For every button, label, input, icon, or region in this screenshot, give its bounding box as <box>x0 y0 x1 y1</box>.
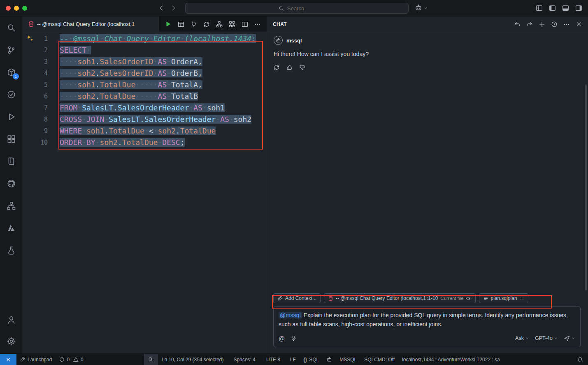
copilot-menu-button[interactable] <box>415 4 428 12</box>
mention-chip[interactable]: @mssql <box>279 312 302 318</box>
minimize-window-button[interactable] <box>14 6 19 11</box>
sidebar-item-package[interactable]: 1 <box>0 61 23 83</box>
mic-icon[interactable] <box>291 335 297 342</box>
thumbs-down-icon[interactable] <box>299 64 305 70</box>
sidebar-item-azure[interactable] <box>0 217 23 239</box>
settings-button[interactable] <box>0 330 23 352</box>
toggle-panel-icon[interactable] <box>562 5 569 12</box>
chat-input-box[interactable]: @mssql Explain the execution plan for th… <box>273 306 581 347</box>
code-line-9[interactable]: WHERE·soh1.TotalDue·<·soh2.TotalDue <box>60 125 267 137</box>
sidebar-item-source-control[interactable] <box>0 39 23 61</box>
run-query-button[interactable] <box>165 21 172 28</box>
sidebar-item-search[interactable] <box>0 16 23 39</box>
model-picker[interactable]: GPT-4o <box>535 335 558 341</box>
encoding-indicator[interactable]: UTF-8 <box>263 354 284 365</box>
search-input[interactable] <box>286 5 315 12</box>
code-line-7[interactable]: FROM·SalesLT.SalesOrderHeader·AS·soh1 <box>60 102 267 114</box>
more-actions-icon[interactable] <box>563 21 570 28</box>
mode-label: Ask <box>515 335 524 341</box>
history-back-button[interactable] <box>158 5 165 12</box>
code-line-2[interactable]: SELECT· <box>60 44 267 56</box>
code-line-4[interactable]: ····soh2.SalesOrderID·AS·OrderB, <box>60 68 267 79</box>
sidebar-item-infrastructure[interactable] <box>0 194 23 217</box>
eye-icon[interactable] <box>466 296 472 301</box>
chat-history-icon[interactable] <box>551 21 558 28</box>
accounts-button[interactable] <box>0 309 23 330</box>
remove-context-icon[interactable] <box>520 296 524 301</box>
chevron-down-icon <box>571 336 575 340</box>
mode-picker[interactable]: Ask <box>515 335 529 341</box>
connection-indicator[interactable]: localhost,1434 : AdventureWorksLT2022 : … <box>398 354 504 365</box>
code-line-5[interactable]: ····soh1.TotalDue·····AS·TotalA, <box>60 79 267 91</box>
maximize-window-button[interactable] <box>22 6 27 11</box>
undo-icon[interactable] <box>514 21 521 28</box>
change-connection-icon[interactable] <box>203 21 210 28</box>
sqlcmd-indicator[interactable]: SQLCMD: Off <box>360 354 398 365</box>
hierarchy-icon <box>7 201 16 210</box>
zoom-indicator[interactable] <box>144 354 158 365</box>
launchpad-label: Launchpad <box>28 357 52 363</box>
mssql-indicator[interactable]: MSSQL <box>336 354 360 365</box>
copilot-status[interactable] <box>323 354 336 365</box>
disconnect-icon[interactable] <box>191 21 197 28</box>
code-line-10[interactable]: ORDER·BY·soh2.TotalDue·DESC; <box>60 137 267 148</box>
more-actions-icon[interactable] <box>254 21 261 28</box>
send-button[interactable] <box>564 335 575 342</box>
context-chip-plan-file[interactable]: plan.sqlplan <box>479 293 528 303</box>
database-icon <box>328 296 333 301</box>
remote-indicator[interactable] <box>0 354 16 365</box>
actual-plan-icon[interactable] <box>229 21 235 28</box>
sidebar-item-github[interactable] <box>0 172 23 194</box>
close-icon[interactable] <box>576 21 582 28</box>
notifications-button[interactable] <box>574 354 588 365</box>
file-lines-icon <box>483 296 488 301</box>
context-file-range: :1-10 <box>427 295 438 301</box>
chat-input-text[interactable]: @mssql Explain the execution plan for th… <box>279 311 575 329</box>
history-forward-button[interactable] <box>170 5 177 12</box>
azure-icon <box>7 224 16 232</box>
scrollbar[interactable] <box>585 84 587 290</box>
sidebar-item-mssql[interactable] <box>0 239 23 261</box>
code-editor[interactable]: 12345678910 --·@mssql·Chat·Query·Editor·… <box>23 32 267 353</box>
split-editor-icon[interactable] <box>242 21 248 28</box>
bell-icon <box>577 357 583 363</box>
launchpad-button[interactable]: Launchpad <box>16 354 56 365</box>
thumbs-up-icon[interactable] <box>286 64 293 70</box>
command-center-search[interactable] <box>185 3 409 14</box>
editor-tab[interactable]: -- @mssql Chat Query Editor (localhost,1 <box>23 16 159 32</box>
mention-icon[interactable]: @ <box>279 335 285 342</box>
code-line-3[interactable]: ····soh1.SalesOrderID·AS·OrderA, <box>60 56 267 68</box>
code-line-6[interactable]: ····soh2.TotalDue·····AS·TotalB <box>60 91 267 102</box>
estimated-plan-icon[interactable] <box>216 21 223 28</box>
toggle-secondary-sidebar-icon[interactable] <box>575 5 582 12</box>
language-indicator[interactable]: {} SQL <box>300 354 323 365</box>
sidebar-item-extensions[interactable] <box>0 128 23 150</box>
window-controls <box>6 6 27 11</box>
search-icon <box>7 23 16 32</box>
sidebar-item-docs[interactable] <box>0 150 23 172</box>
add-context-button[interactable]: Add Context... <box>273 293 321 303</box>
code-line-8[interactable]: CROSS·JOIN·SalesLT.SalesOrderHeader·AS·s… <box>60 114 267 125</box>
tab-chat[interactable]: CHAT <box>273 21 287 27</box>
chevron-down-icon <box>554 336 558 340</box>
toggle-primary-sidebar-icon[interactable] <box>549 5 556 12</box>
tools-icon <box>20 357 26 362</box>
close-window-button[interactable] <box>6 6 11 11</box>
redo-icon[interactable] <box>526 21 533 28</box>
sidebar-item-run-debug[interactable] <box>0 105 23 128</box>
line-number: 7 <box>23 102 48 114</box>
context-chip-current-file[interactable]: -- @mssql Chat Query Editor (localhost,1… <box>324 293 476 303</box>
cursor-position[interactable]: Ln 10, Col 29 (354 selected) <box>158 354 228 365</box>
sidebar-item-testing[interactable] <box>0 83 23 105</box>
eol-indicator[interactable]: LF <box>286 354 300 365</box>
results-grid-icon[interactable] <box>178 21 184 28</box>
code-line-1[interactable]: --·@mssql·Chat·Query·Editor·(localhost,1… <box>60 33 267 44</box>
problems-button[interactable]: 0 0 <box>56 354 87 365</box>
book-icon <box>7 157 16 166</box>
indentation-indicator[interactable]: Spaces: 4 <box>230 354 259 365</box>
customize-layout-icon[interactable] <box>536 5 543 12</box>
regenerate-icon[interactable] <box>274 64 280 70</box>
error-count: 0 <box>67 357 70 363</box>
new-chat-icon[interactable] <box>539 21 545 28</box>
line-number: 3 <box>23 56 48 68</box>
